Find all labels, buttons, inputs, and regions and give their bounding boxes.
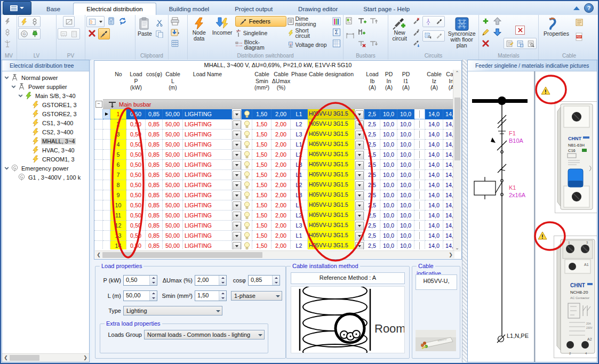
cable-length-cell[interactable]: 50,00 bbox=[163, 241, 183, 249]
tree-item-power-supplier[interactable]: Power supplier bbox=[2, 82, 89, 91]
scrollbar-thumb[interactable] bbox=[10, 355, 39, 361]
cable-designation-cell[interactable]: H05VV-U 3G1.5 bbox=[308, 170, 355, 180]
row-indicator[interactable] bbox=[103, 241, 110, 249]
mv-wind-turbine-icon[interactable] bbox=[2, 38, 13, 48]
move-circuit-down-icon[interactable] bbox=[411, 38, 421, 48]
new-circuit-button[interactable]: New circuit bbox=[389, 16, 410, 53]
row-indicator[interactable] bbox=[103, 160, 110, 170]
load-ib-cell[interactable]: 2,5 bbox=[364, 190, 380, 200]
pd-i1-cell[interactable]: 10,0 bbox=[397, 231, 414, 241]
edit-material-icon[interactable] bbox=[480, 27, 491, 37]
load-p-cell[interactable]: 0,50 bbox=[126, 241, 146, 249]
row-indicator[interactable] bbox=[103, 180, 110, 190]
trip-curve-button[interactable] bbox=[414, 200, 425, 211]
column-header[interactable]: PD I1 (A) bbox=[397, 70, 414, 99]
phase-cell[interactable]: L1 bbox=[291, 170, 308, 180]
dumax-cell[interactable]: 2,00 bbox=[271, 119, 291, 130]
cable-iz-cell[interactable]: 14,0 bbox=[425, 119, 443, 130]
table-horizontal-scrollbar[interactable]: ❮ ❯ bbox=[95, 250, 454, 258]
scroll-right-icon[interactable]: ❯ bbox=[447, 252, 454, 258]
pd-in-cell[interactable]: 10,0 bbox=[380, 150, 397, 160]
material-list-search-icon[interactable] bbox=[525, 38, 536, 48]
pd-in-cell[interactable]: 10,0 bbox=[380, 231, 397, 241]
load-name-cell[interactable]: LIGHTING bbox=[183, 180, 232, 190]
column-header[interactable]: Cable Iz (A) bbox=[425, 70, 443, 99]
loads-group-select[interactable]: Normal loads - Common loads - lighting bbox=[144, 330, 265, 339]
pd-i1-cell[interactable]: 10,0 bbox=[397, 160, 414, 170]
cable-dropdown[interactable] bbox=[355, 211, 364, 221]
table-row[interactable]: 11 0,50 0,85 50,00 LIGHTING 1,50 2,00 L2… bbox=[94, 211, 455, 221]
circuit-plug-icon[interactable] bbox=[434, 17, 444, 27]
row-number-cell[interactable]: 14 bbox=[110, 241, 126, 249]
pd-i1-cell[interactable]: 10,0 bbox=[397, 221, 414, 231]
trip-curve-button[interactable] bbox=[414, 241, 425, 249]
building-icon[interactable] bbox=[69, 29, 79, 39]
cos-cell[interactable]: 0,85 bbox=[146, 119, 163, 130]
cable-iz-cell[interactable]: 14,0 bbox=[425, 241, 443, 249]
cable-iz-cell[interactable]: 14,0 bbox=[425, 190, 443, 200]
row-indicator[interactable] bbox=[103, 130, 110, 140]
table-row[interactable]: 13 0,50 0,85 50,00 LIGHTING 1,50 2,00 L1… bbox=[94, 231, 455, 241]
cable-dropdown[interactable] bbox=[355, 130, 364, 140]
cable-designation-cell[interactable]: H05VV-U 3G1.5 bbox=[308, 241, 355, 249]
smin-cell[interactable]: 1,50 bbox=[252, 130, 271, 140]
trip-curve-button[interactable] bbox=[414, 140, 425, 150]
load-name-cell[interactable]: LIGHTING bbox=[183, 190, 232, 200]
load-name-dropdown[interactable] bbox=[232, 130, 242, 140]
tab-project-output[interactable]: Project output bbox=[222, 3, 285, 15]
pd-in-cell[interactable]: 10,0 bbox=[380, 119, 397, 130]
dumax-cell[interactable]: 2,00 bbox=[271, 180, 291, 190]
cable-designation-cell[interactable]: H05VV-U 3G1.5 bbox=[308, 130, 355, 140]
mv-lightning-icon[interactable] bbox=[2, 16, 13, 26]
cos-cell[interactable]: 0,85 bbox=[146, 170, 163, 180]
tree-item-main-s-b-3-40[interactable]: Main S/B, 3~40 bbox=[2, 91, 89, 100]
load-name-dropdown[interactable] bbox=[232, 211, 242, 221]
tree-item-g1-3-400v-100-k[interactable]: G1 , 3~400V , 100 k bbox=[2, 173, 89, 182]
trip-curve-button[interactable] bbox=[414, 180, 425, 190]
tab-drawing-editor[interactable]: Drawing editor bbox=[285, 3, 350, 15]
cable-length-cell[interactable]: 50,00 bbox=[163, 150, 183, 160]
smin-input[interactable]: 1,50 bbox=[195, 290, 227, 301]
load-name-cell[interactable]: LIGHTING bbox=[183, 231, 232, 241]
connect-plug-icon[interactable] bbox=[98, 28, 110, 39]
row-indicator[interactable] bbox=[103, 119, 110, 130]
tree-item-emergency-power[interactable]: Emergency power bbox=[2, 164, 89, 173]
row-number-cell[interactable]: 13 bbox=[110, 231, 126, 241]
pd-in-cell[interactable]: 10,0 bbox=[380, 130, 397, 140]
grid-report-icon[interactable] bbox=[331, 38, 342, 48]
cos-cell[interactable]: 0,85 bbox=[146, 241, 163, 249]
table-row[interactable]: 3 0,50 0,85 50,00 LIGHTING 1,50 2,00 L3 … bbox=[94, 130, 455, 140]
cable-length-cell[interactable]: 50,00 bbox=[163, 130, 183, 140]
smin-cell[interactable]: 1,50 bbox=[252, 140, 271, 150]
move-material-down-icon[interactable] bbox=[492, 27, 502, 37]
load-p-cell[interactable]: 0,50 bbox=[126, 130, 146, 140]
trip-curve-button[interactable] bbox=[414, 109, 425, 119]
pv-meter-icon[interactable]: PV bbox=[58, 29, 69, 39]
l-input[interactable]: 50,00 bbox=[123, 290, 157, 301]
cable-iz-cell[interactable]: 14,0 bbox=[425, 140, 443, 150]
paste-button[interactable]: Paste bbox=[137, 16, 153, 53]
help-button[interactable]: ? bbox=[584, 3, 594, 13]
calculator-icon[interactable] bbox=[106, 16, 116, 26]
dumax-cell[interactable]: 2,00 bbox=[271, 130, 291, 140]
load-name-cell[interactable]: LIGHTING bbox=[183, 130, 232, 140]
smin-cell[interactable]: 1,50 bbox=[252, 221, 271, 231]
export-icon[interactable] bbox=[170, 27, 180, 37]
pd-i1-cell[interactable]: 10,0 bbox=[397, 200, 414, 211]
phase-cell[interactable]: L2 bbox=[291, 211, 308, 221]
cut-icon[interactable] bbox=[154, 18, 165, 28]
load-name-dropdown[interactable] bbox=[232, 180, 242, 190]
cos-cell[interactable]: 0,85 bbox=[146, 140, 163, 150]
mv-insulator-icon[interactable] bbox=[2, 27, 13, 37]
cable-length-cell[interactable]: 50,00 bbox=[163, 190, 183, 200]
load-p-cell[interactable]: 0,50 bbox=[126, 150, 146, 160]
phase-cell[interactable]: L2 bbox=[291, 241, 308, 249]
tree-view-icon[interactable] bbox=[87, 17, 98, 27]
select-marquee-icon[interactable] bbox=[423, 31, 434, 41]
lv-lightning-icon[interactable] bbox=[19, 17, 29, 27]
tree-item-normal-power[interactable]: Normal power bbox=[2, 73, 89, 82]
load-name-dropdown[interactable] bbox=[232, 119, 242, 130]
dumax-cell[interactable]: 2,00 bbox=[271, 160, 291, 170]
pd-in-cell[interactable]: 10,0 bbox=[380, 200, 397, 211]
column-header[interactable]: Cable designation bbox=[308, 70, 355, 99]
